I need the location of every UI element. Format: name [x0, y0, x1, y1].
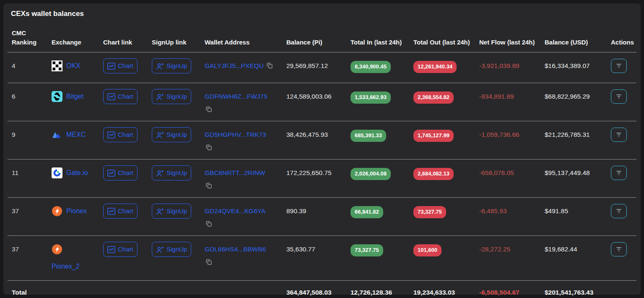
signup-button[interactable]: SignUp	[152, 204, 191, 219]
bitget-logo-icon	[52, 91, 62, 102]
signup-button[interactable]: SignUp	[152, 165, 191, 180]
header-signup-link: SignUp link	[148, 25, 200, 52]
balance-usd: $19,682.44	[540, 236, 607, 281]
header-net-flow: Net Flow (last 24h)	[475, 25, 540, 52]
copy-icon[interactable]	[205, 144, 212, 151]
wallet-address-link[interactable]: GD24QVE4...KG6YA	[205, 207, 265, 214]
net-flow: -1,059,736.66	[475, 121, 540, 159]
page-title: CEXs wallet balances	[11, 9, 636, 18]
wallet-address-link[interactable]: GD5HGPHV...TRK73	[205, 131, 266, 138]
signup-button-label: SignUp	[166, 130, 187, 139]
wallet-address-link[interactable]: GDFNWH6Z...FWJ75	[205, 93, 267, 100]
wallet-cell: GD24QVE4...KG6YA	[200, 198, 282, 236]
exchange-name: Bitget	[66, 91, 83, 102]
wallet-cell: GBC6NRTT...2RINW	[200, 159, 282, 198]
balance-pi: 29,569,857.12	[282, 52, 346, 83]
chart-button[interactable]: Chart	[103, 58, 138, 73]
total-row: Total 364,847,508.03 12,726,128.36 19,23…	[8, 281, 636, 298]
cex-balances-card: CEXs wallet balances CMC Ranking Exchang…	[3, 3, 641, 295]
copy-icon[interactable]	[205, 182, 212, 189]
total-out-sum: 19,234,633.03	[409, 281, 475, 298]
chart-button[interactable]: Chart	[103, 165, 138, 180]
signup-button[interactable]: SignUp	[152, 127, 191, 142]
okx-logo-icon	[52, 60, 62, 71]
wallet-address-link[interactable]: GBC6NRTT...2RINW	[205, 169, 265, 176]
copy-icon[interactable]	[205, 220, 212, 227]
header-wallet-address: Wallet Address	[200, 25, 282, 52]
line-chart-icon	[107, 208, 115, 215]
header-actions: Actions	[607, 25, 636, 52]
signup-button-label: SignUp	[166, 207, 187, 216]
header-balance-usd: Balance (USD)	[540, 25, 607, 52]
total-in-badge: 66,841.82	[351, 206, 383, 218]
chart-button[interactable]: Chart	[103, 204, 138, 219]
header-total-in: Total In (last 24h)	[346, 25, 409, 52]
cmc-ranking: 37	[8, 236, 47, 281]
exchange-link-bitget[interactable]: Bitget	[52, 91, 83, 102]
header-cmc-ranking: CMC Ranking	[8, 25, 47, 52]
actions-button[interactable]	[611, 204, 627, 218]
line-chart-icon	[107, 170, 115, 177]
wallet-address-link[interactable]: GDL66HS4...BBWB6	[205, 246, 266, 253]
mexc-logo-icon	[52, 129, 62, 140]
balance-usd: $16,334,389.07	[540, 52, 607, 83]
chart-button[interactable]: Chart	[103, 242, 138, 257]
total-out-badge: 2,684,082.13	[413, 168, 454, 180]
chart-button-label: Chart	[118, 92, 133, 101]
person-plus-icon	[156, 170, 164, 177]
signup-button[interactable]: SignUp	[152, 58, 191, 73]
header-total-out: Total Out (last 24h)	[409, 25, 475, 52]
header-exchange: Exchange	[47, 25, 99, 52]
total-in-badge: 2,026,004.08	[351, 168, 391, 180]
net-flow: -658,078.05	[475, 159, 540, 198]
balance-pi: 124,589,003.06	[282, 83, 346, 121]
cex-wallet-table: CMC Ranking Exchange Chart link SignUp l…	[8, 25, 636, 298]
actions-button[interactable]	[611, 128, 627, 142]
exchange-name: OKX	[66, 60, 80, 71]
actions-button[interactable]	[611, 89, 627, 104]
balance-pi: 172,225,650.75	[282, 159, 346, 198]
total-in-sum: 12,726,128.36	[346, 281, 409, 298]
exchange-link-mexc[interactable]: MEXC	[52, 129, 86, 140]
total-out-badge: 101,600	[413, 244, 441, 256]
copy-icon[interactable]	[266, 62, 273, 69]
chart-button-label: Chart	[118, 168, 133, 178]
wallet-cell: GDL66HS4...BBWB6	[200, 236, 282, 281]
wallet-address-link[interactable]: GALYJFJ5...PXEQU	[205, 62, 264, 69]
actions-button[interactable]	[611, 242, 627, 256]
wallet-cell: GD5HGPHV...TRK73	[200, 121, 282, 159]
person-plus-icon	[156, 208, 164, 215]
signup-button[interactable]: SignUp	[152, 89, 191, 104]
actions-button[interactable]	[611, 59, 627, 73]
total-in-badge: 8,340,900.45	[351, 61, 391, 73]
exchange-link-okx[interactable]: OKX	[52, 60, 80, 71]
actions-button[interactable]	[611, 166, 627, 180]
chart-button[interactable]: Chart	[103, 127, 138, 142]
net-flow: -834,891.89	[475, 83, 540, 121]
net-flow: -3,921,039.89	[475, 52, 540, 83]
exchange-link-pionex[interactable]: Pionex	[52, 206, 87, 217]
person-plus-icon	[156, 63, 164, 70]
person-plus-icon	[156, 246, 164, 253]
person-plus-icon	[156, 93, 164, 100]
chart-button[interactable]: Chart	[103, 89, 138, 104]
filter-icon	[615, 170, 622, 175]
filter-icon	[615, 132, 622, 137]
filter-icon	[615, 63, 622, 68]
line-chart-icon	[107, 246, 115, 253]
exchange-link-gateio[interactable]: Gate.io	[52, 167, 88, 178]
table-row-pionex-2: 37 Pionex_2 Chart	[8, 236, 636, 281]
pionex-logo-icon	[52, 244, 62, 255]
cmc-ranking: 11	[8, 159, 47, 198]
copy-icon[interactable]	[205, 259, 212, 265]
exchange-link-pionex-2[interactable]: Pionex_2	[52, 244, 96, 272]
table-row-pionex: 37 Pionex Chart	[8, 198, 636, 236]
table-header-row: CMC Ranking Exchange Chart link SignUp l…	[8, 25, 636, 52]
signup-button[interactable]: SignUp	[152, 242, 191, 257]
signup-button-label: SignUp	[166, 61, 187, 71]
balance-pi: 38,426,475.93	[282, 121, 346, 159]
line-chart-icon	[107, 63, 115, 70]
person-plus-icon	[156, 131, 164, 139]
copy-icon[interactable]	[205, 106, 212, 112]
cmc-ranking: 6	[8, 83, 47, 121]
